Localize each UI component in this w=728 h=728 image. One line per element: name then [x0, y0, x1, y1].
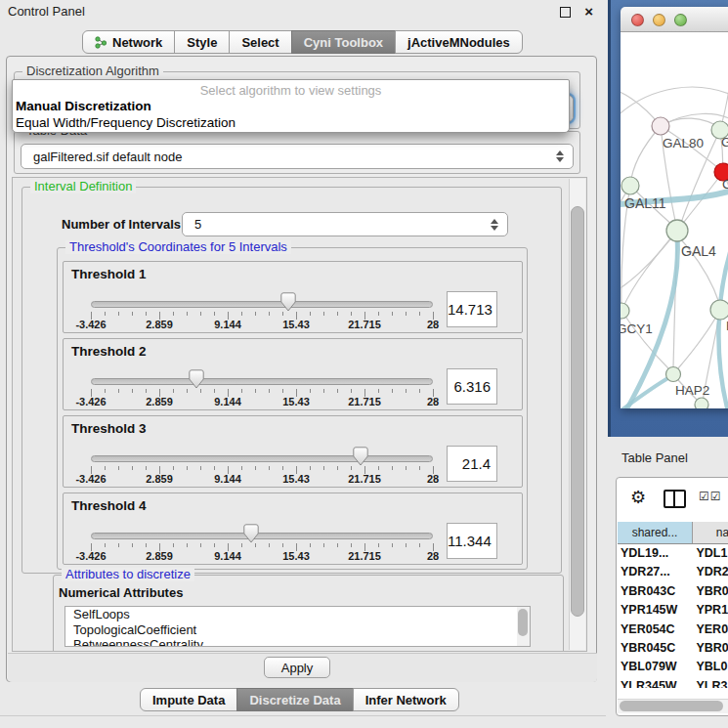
slider-tick [351, 466, 352, 470]
dropdown-option-equal-width-frequency[interactable]: Equal Width/Frequency Discretization [13, 114, 569, 131]
threshold-4-slider-track[interactable] [91, 533, 433, 539]
tab-select[interactable]: Select [229, 30, 291, 54]
table-row[interactable]: YBR045CYBR0 [618, 639, 728, 658]
slider-tick [337, 466, 338, 470]
table-row[interactable]: YDR27...YDR2 [618, 563, 728, 581]
node-gcy1[interactable] [621, 303, 629, 319]
cell-name[interactable]: YBL0 [692, 658, 728, 676]
attribute-list-item[interactable]: TopologicalCoefficient [65, 622, 530, 638]
tab-network[interactable]: Network [82, 30, 175, 54]
network-view-window[interactable]: GAL80 G C GAL11 GAL4 GCY1 H HAP2 [621, 7, 728, 408]
tab-cyni-toolbox[interactable]: Cyni Toolbox [291, 30, 396, 54]
numerical-attributes-list[interactable]: SelfLoopsTopologicalCoefficientBetweenne… [64, 606, 531, 647]
attribute-list-item[interactable]: SelfLoops [65, 607, 530, 622]
table-horizontal-scrollbar[interactable] [618, 699, 728, 713]
column-header-shared[interactable]: shared... [618, 522, 693, 543]
tab-impute-data[interactable]: Impute Data [140, 688, 237, 711]
cell-name[interactable]: YBR0 [692, 582, 728, 601]
tab-cyni-toolbox-label: Cyni Toolbox [304, 35, 383, 50]
slider-tick [118, 312, 119, 316]
gear-icon[interactable]: ⚙ [630, 488, 646, 507]
mac-minimize-button[interactable] [653, 14, 665, 26]
cell-shared-name[interactable]: YDL19... [618, 544, 692, 563]
node-bottom-partial[interactable] [695, 398, 708, 408]
cell-name[interactable]: YER0 [692, 621, 728, 639]
cell-name[interactable]: YPR1 [692, 601, 728, 620]
cell-shared-name[interactable]: YDR27... [618, 563, 692, 581]
slider-tick [241, 389, 242, 393]
close-icon[interactable]: × [584, 2, 593, 21]
network-window-titlebar[interactable] [621, 7, 728, 32]
table-row[interactable]: YDL19...YDL1 [618, 544, 728, 563]
settings-scrollbar-thumb[interactable] [571, 206, 584, 617]
slider-tick [392, 543, 393, 547]
table-row[interactable]: YBL079WYBL0 [618, 658, 728, 676]
network-canvas[interactable]: GAL80 G C GAL11 GAL4 GCY1 H HAP2 [621, 32, 728, 408]
scale-tick-label: 9.144 [214, 396, 241, 407]
mac-zoom-button[interactable] [674, 14, 687, 26]
attribute-items: SelfLoopsTopologicalCoefficientBetweenne… [65, 607, 530, 647]
checkboxes-icon[interactable]: ☑☑ [699, 490, 722, 503]
table-row[interactable]: YPR145WYPR1 [618, 601, 728, 620]
slider-tick [310, 466, 311, 470]
tab-discretize-data[interactable]: Discretize Data [236, 688, 353, 711]
mac-close-button[interactable] [631, 14, 644, 26]
node-h[interactable] [710, 300, 728, 320]
attribute-list-item[interactable]: BetweennessCentrality [65, 637, 530, 647]
cell-shared-name[interactable]: YPR145W [618, 601, 692, 620]
column-header-name[interactable]: na [693, 522, 728, 543]
cell-shared-name[interactable]: YBL079W [618, 658, 692, 676]
node-gal11[interactable] [621, 177, 639, 194]
threshold-1-slider-thumb[interactable] [280, 292, 296, 312]
threshold-3-slider-track[interactable] [91, 455, 433, 462]
slider-tick [173, 312, 174, 316]
slider-tick [351, 312, 352, 316]
cell-name[interactable]: YDL1 [692, 544, 728, 563]
table-hscrollbar-thumb[interactable] [620, 701, 723, 711]
threshold-4-slider-thumb[interactable] [243, 524, 259, 543]
slider-tick [187, 466, 188, 470]
cell-shared-name[interactable]: YBR043C [618, 582, 692, 601]
tab-infer-network[interactable]: Infer Network [353, 688, 459, 711]
tab-style[interactable]: Style [174, 30, 230, 54]
screen: Control Panel × Network Style [0, 0, 728, 728]
threshold-3-slider-thumb[interactable] [353, 447, 368, 466]
slider-tick [105, 312, 106, 316]
columns-icon[interactable] [664, 490, 686, 508]
slider-tick [132, 312, 133, 316]
table-row[interactable]: YER054CYER0 [618, 621, 728, 639]
table-row[interactable]: YLR345WYLR3 [618, 677, 728, 688]
cell-shared-name[interactable]: YBR045C [618, 639, 692, 658]
float-window-icon[interactable] [560, 7, 571, 18]
table-data-combobox[interactable]: galFiltered.sif default node [21, 144, 574, 169]
tab-infer-network-label: Infer Network [365, 693, 447, 707]
node-gal80[interactable] [652, 117, 669, 135]
slider-tick [187, 389, 188, 393]
tab-jactivemnodules[interactable]: jActiveMNodules [395, 30, 523, 54]
table-header-row: shared... na [618, 522, 728, 544]
threshold-1-slider-track[interactable] [91, 301, 433, 308]
slider-tick [282, 389, 283, 393]
node-hap2[interactable] [666, 367, 681, 382]
cell-name[interactable]: YBR0 [692, 639, 728, 658]
cell-name[interactable]: YLR3 [692, 677, 728, 688]
attributes-list-scrollbar[interactable] [517, 607, 530, 646]
cell-shared-name[interactable]: YLR345W [618, 677, 692, 688]
settings-vertical-scrollbar[interactable] [569, 179, 585, 650]
control-panel: Control Panel × Network Style [0, 0, 606, 728]
threshold-2-slider-thumb[interactable] [189, 369, 204, 389]
node-label-gal4: GAL4 [681, 243, 716, 259]
dropdown-option-manual-discretization[interactable]: Manual Discretization [13, 98, 569, 114]
slider-tick [378, 466, 379, 470]
node-gal4[interactable] [666, 220, 688, 241]
table-row[interactable]: YBR043CYBR0 [618, 582, 728, 601]
threshold-2-value-field[interactable]: 6.316 [447, 368, 497, 405]
number-of-intervals-combobox[interactable]: 5 [182, 212, 508, 236]
apply-button[interactable]: Apply [264, 657, 330, 678]
threshold-2-slider-track[interactable] [91, 378, 433, 385]
threshold-3-value-field[interactable]: 21.4 [447, 446, 497, 482]
threshold-4-value-field[interactable]: 11.344 [447, 523, 497, 559]
cell-shared-name[interactable]: YER054C [618, 621, 692, 639]
threshold-1-value-field[interactable]: 14.713 [447, 291, 497, 327]
cell-name[interactable]: YDR2 [692, 563, 728, 581]
